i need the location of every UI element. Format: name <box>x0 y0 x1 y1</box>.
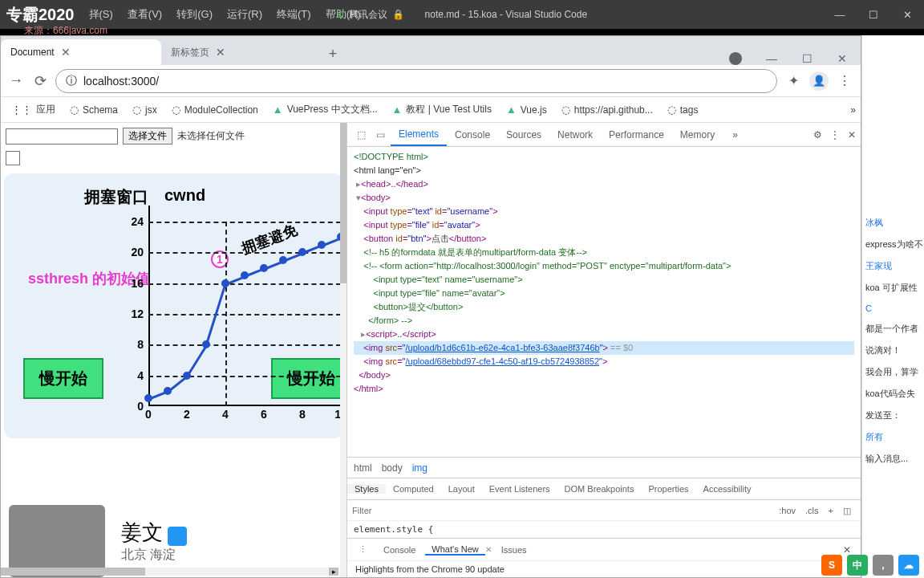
breadcrumb-item[interactable]: html <box>354 462 372 474</box>
bookmark-item[interactable]: ◌tags <box>662 100 704 120</box>
inspect-icon[interactable]: ⬚ <box>352 129 370 140</box>
chat-line: 我会用，算学 <box>862 361 924 383</box>
bookmark-item[interactable]: ⋮⋮应用 <box>6 100 61 120</box>
bookmark-item[interactable]: ▲教程 | Vue Test Utils <box>387 100 497 120</box>
file-choose-button[interactable]: 选择文件 <box>123 128 172 144</box>
chat-line: express为啥不 <box>862 234 924 255</box>
bookmark-item[interactable]: ▲VuePress 中文文档... <box>267 100 383 120</box>
devtools-tab[interactable]: Performance <box>601 123 672 146</box>
close-icon[interactable]: ✕ <box>216 46 225 59</box>
app-icon-sky[interactable]: ☁ <box>898 555 919 576</box>
chrome-tabstrip: Document✕新标签页✕ + — ☐ ✕ <box>1 36 861 65</box>
styles-option[interactable]: ◫ <box>838 506 856 515</box>
breadcrumb-item[interactable]: body <box>382 462 403 474</box>
vscode-menubar: 专霸2020 择(S)查看(V)转到(G)运行(R)终端(T)帮助(H) ıll… <box>0 0 924 29</box>
styles-tab[interactable]: Styles <box>347 484 386 494</box>
bookmark-item[interactable]: ◌jsx <box>127 100 163 120</box>
vscode-menu-item[interactable]: 择(S) <box>89 7 113 22</box>
vscode-menu-item[interactable]: 转到(G) <box>176 7 213 22</box>
app-icon-s[interactable]: S <box>821 555 842 576</box>
styles-tab[interactable]: DOM Breakpoints <box>557 484 642 494</box>
chrome-menu-icon[interactable]: ⋮ <box>835 73 854 88</box>
devtools-tab[interactable]: Network <box>549 123 601 146</box>
close-icon[interactable]: ✕ <box>485 545 492 554</box>
devtools-tab[interactable]: Sources <box>498 123 549 146</box>
styles-tab[interactable]: Computed <box>386 484 441 494</box>
device-icon[interactable]: ▭ <box>371 129 389 140</box>
profile-photo <box>9 505 105 577</box>
close-button[interactable]: ✕ <box>827 52 857 65</box>
browser-tab[interactable]: 新标签页✕ <box>161 39 322 65</box>
styles-option[interactable]: .cls <box>800 506 824 515</box>
chat-line: 输入消息... <box>862 448 924 470</box>
maximize-button[interactable]: ☐ <box>792 52 822 65</box>
chat-line[interactable]: 所有 <box>862 426 924 448</box>
chrome-window: Document✕新标签页✕ + — ☐ ✕ → ⟳ ⓘ localhost:3… <box>0 35 861 578</box>
vscode-menu-item[interactable]: 查看(V) <box>128 7 162 22</box>
bookmark-item[interactable]: ▲Vue.js <box>500 100 553 120</box>
devtools-tab[interactable]: Console <box>447 123 498 146</box>
app-icon-cn[interactable]: 中 <box>847 555 868 576</box>
v-scrollbar[interactable] <box>340 123 346 577</box>
bookmarks-bar: ⋮⋮应用◌Schema◌jsx◌ModuleCollection▲VuePres… <box>1 97 861 123</box>
chat-line[interactable]: 王家现 <box>862 255 924 277</box>
slow-start-box-left: 慢开始 <box>23 358 103 399</box>
taskbar: S 中 ， ☁ <box>817 552 924 578</box>
chat-line[interactable]: C <box>862 299 924 318</box>
dom-tree[interactable]: <!DOCTYPE html><html lang="en"> ▸<head>.… <box>347 147 861 457</box>
address-bar[interactable]: ⓘ localhost:3000/ <box>55 69 777 93</box>
chat-line[interactable]: 冰枫 <box>862 212 924 234</box>
reload-button[interactable]: ⟳ <box>31 72 49 90</box>
account-icon[interactable] <box>729 52 742 65</box>
chat-line: 发送至： <box>862 405 924 426</box>
drawer-tab[interactable]: Issues <box>495 545 533 555</box>
settings-icon[interactable]: ⚙ <box>813 129 822 140</box>
app-icon-comma[interactable]: ， <box>873 555 894 576</box>
browser-tab[interactable]: Document✕ <box>1 39 161 65</box>
minimize-button[interactable]: — <box>823 9 857 21</box>
drawer-menu-icon[interactable]: ⋮ <box>352 544 374 555</box>
bookmark-item[interactable]: ◌Schema <box>64 100 124 120</box>
devtools-tab[interactable]: Memory <box>672 123 723 146</box>
page-content: 选择文件 未选择任何文件 拥塞窗口 cwnd ssthresh 的初始值 慢开始… <box>1 123 347 577</box>
vscode-menu-item[interactable]: 终端(T) <box>277 7 311 22</box>
drawer-tab[interactable]: Console <box>377 545 422 555</box>
close-icon[interactable]: ✕ <box>61 46 71 59</box>
styles-tab[interactable]: Layout <box>441 484 482 494</box>
devtools-tab[interactable]: Elements <box>391 123 447 146</box>
devtools-menu-icon[interactable]: ⋮ <box>830 129 840 140</box>
minimize-button[interactable]: — <box>756 52 787 65</box>
bookmark-item[interactable]: ◌https://api.github... <box>556 100 659 120</box>
devtools-tabs: ⬚ ▭ ElementsConsoleSourcesNetworkPerform… <box>347 123 861 147</box>
styles-tab[interactable]: Accessibility <box>696 484 759 494</box>
styles-tab[interactable]: Properties <box>641 484 695 494</box>
breadcrumb[interactable]: htmlbodyimg <box>347 457 861 478</box>
styles-filter-input[interactable] <box>352 506 774 515</box>
devtools-close-icon[interactable]: ✕ <box>848 129 856 140</box>
breadcrumb-item[interactable]: img <box>412 462 428 474</box>
styles-body[interactable]: element.style { <box>347 521 861 538</box>
bookmarks-overflow[interactable]: » <box>850 104 856 116</box>
vscode-menu-item[interactable]: 运行(R) <box>227 7 262 22</box>
h-scrollbar[interactable]: ▸ <box>1 568 338 576</box>
profile-location: 北京 海淀 <box>121 547 187 564</box>
no-file-label: 未选择任何文件 <box>177 129 245 143</box>
styles-option[interactable]: + <box>824 506 838 515</box>
extensions-icon[interactable]: ✦ <box>784 73 803 88</box>
profile-icon[interactable]: 👤 <box>809 71 829 91</box>
forward-button[interactable]: → <box>7 72 25 89</box>
bookmark-item[interactable]: ◌ModuleCollection <box>166 100 264 120</box>
close-button[interactable]: ✕ <box>890 9 924 21</box>
site-info-icon[interactable]: ⓘ <box>66 74 77 88</box>
drawer-tab[interactable]: What's New <box>425 544 484 556</box>
submit-button[interactable] <box>6 151 20 165</box>
vscode-window-controls: — ☐ ✕ <box>823 9 924 21</box>
styles-tab[interactable]: Event Listeners <box>482 484 557 494</box>
profile-card: 姜文 北京 海淀 <box>9 505 187 577</box>
meeting-chat: 冰枫express为啥不王家现koa 可扩展性C都是一个作者说滴对！我会用，算学… <box>861 35 924 578</box>
styles-option[interactable]: :hov <box>774 506 800 515</box>
username-input[interactable] <box>6 128 118 144</box>
maximize-button[interactable]: ☐ <box>857 9 890 21</box>
more-tabs-icon[interactable]: » <box>724 123 746 146</box>
new-tab-button[interactable]: + <box>322 43 344 65</box>
